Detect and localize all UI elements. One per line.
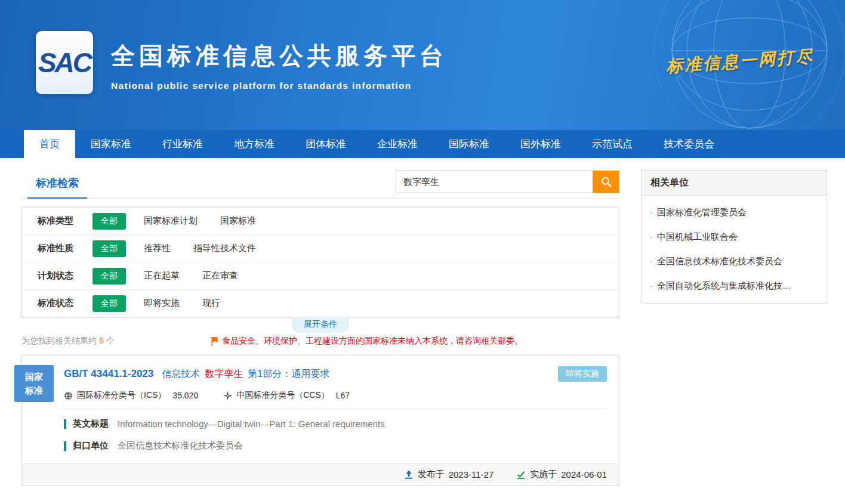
sidebar-title: 相关单位 [642,171,827,196]
committee-label: 归口单位 [73,440,109,452]
ics-meta: 国际标准分类号（ICS） 35.020 [64,390,198,401]
ccs-label: 中国标准分类号（CCS） [236,390,329,401]
standard-type-badge: 国家 标准 [14,365,54,402]
ccs-value: L67 [336,391,350,400]
sidebar-item-sac[interactable]: 国家标准化管理委员会 [642,200,827,225]
filter-row-plan-status: 计划状态 全部 正在起草 正在审查 [22,262,619,290]
sidebar-item-automation-systems-committee[interactable]: 全国自动化系统与集成标准化技… [642,274,827,298]
filter-option[interactable]: 正在审查 [202,270,238,282]
filter-all-button[interactable]: 全部 [92,240,126,257]
search-box [396,171,619,193]
result-count: 为您找到相关结果约6个 [21,336,115,347]
english-title-value: Information technology—Digital twin—Part… [118,419,385,429]
badge-line-1: 国家 [14,370,54,384]
nav-item-group-standards[interactable]: 团体标准 [290,130,362,158]
publish-label: 发布于 [418,469,445,480]
nav-item-local-standards[interactable]: 地方标准 [218,130,290,158]
card-footer: 发布于 2023-11-27 实施于 2024-06-01 [22,463,619,486]
publish-date-item: 发布于 2023-11-27 [404,469,494,480]
notice-banner: 食品安全、环境保护、工程建设方面的国家标准未纳入本系统，请咨询相关部委。 [115,336,619,347]
result-count-number: 6 [99,336,104,345]
filter-label: 标准状态 [38,298,92,309]
nav-item-international-standards[interactable]: 国际标准 [433,130,505,158]
site-subtitle: National public service platform for sta… [111,81,448,91]
card-meta-row: 国际标准分类号（ICS） 35.020 中国标准分类号（CCS） L67 [22,382,619,409]
status-badge: 即将实施 [558,366,607,382]
main-nav: 首页 国家标准 行业标准 地方标准 团体标准 企业标准 国际标准 国外标准 示范… [0,130,845,158]
search-section: 标准检索 [21,170,619,199]
compass-icon [223,391,232,400]
teal-bar [64,419,66,429]
filter-all-button[interactable]: 全部 [92,213,126,230]
sac-logo[interactable]: SAC [36,31,93,94]
standard-title-link[interactable]: 信息技术数字孪生第1部分：通用要求 [162,368,334,381]
title-segment: 信息技术 [162,369,200,379]
filter-all-button[interactable]: 全部 [92,295,126,312]
badge-line-2: 标准 [14,384,54,397]
nav-item-technical-committee[interactable]: 技术委员会 [648,130,730,158]
notice-text: 食品安全、环境保护、工程建设方面的国家标准未纳入本系统，请咨询相关部委。 [222,336,523,347]
filter-option[interactable]: 国家标准 [220,215,256,227]
globe-icon [64,391,73,400]
sidebar-item-it-standardization-committee[interactable]: 全国信息技术标准化技术委员会 [642,249,827,274]
flag-icon [211,337,218,346]
nav-item-national-standards[interactable]: 国家标准 [75,130,147,158]
nav-item-industry-standards[interactable]: 行业标准 [147,130,218,158]
filter-option[interactable]: 即将实施 [144,298,180,309]
search-button[interactable] [593,171,619,193]
result-meta-row: 为您找到相关结果约6个 食品安全、环境保护、工程建设方面的国家标准未纳入本系统，… [21,336,619,347]
filter-option[interactable]: 现行 [202,298,220,309]
implement-label: 实施于 [530,469,557,480]
filter-label: 标准性质 [38,243,92,254]
search-input[interactable] [396,171,593,193]
filter-row-standard-nature: 标准性质 全部 推荐性 指导性技术文件 [22,235,619,262]
filter-label: 标准类型 [38,215,92,227]
english-title-label: 英文标题 [73,418,109,429]
filter-row-standard-type: 标准类型 全部 国家标准计划 国家标准 [22,208,619,235]
filter-row-standard-status: 标准状态 全部 即将实施 现行 [22,290,619,317]
site-header: SAC 全国标准信息公共服务平台 National public service… [0,0,845,130]
nav-item-enterprise-standards[interactable]: 企业标准 [362,130,433,158]
teal-bar [64,441,66,451]
sac-logo-text: SAC [38,47,91,79]
related-organizations-panel: 相关单位 国家标准化管理委员会 中国机械工业联合会 全国信息技术标准化技术委员会… [641,170,827,304]
committee-row: 归口单位 全国信息技术标准化技术委员会 [22,435,619,457]
expand-conditions-button[interactable]: 展开条件 [292,317,349,332]
publish-date: 2023-11-27 [449,469,494,480]
site-title-block: 全国标准信息公共服务平台 National public service pla… [111,39,448,91]
committee-value: 全国信息技术标准化技术委员会 [118,440,243,452]
page-content: 标准检索 标准类型 全部 国家标准计划 国家标准 标准性质 全 [0,158,845,486]
implement-date: 2024-06-01 [561,469,607,480]
ics-label: 国际标准分类号（ICS） [77,390,166,401]
nav-item-home[interactable]: 首页 [24,130,75,158]
section-title-standard-search[interactable]: 标准检索 [27,176,87,199]
filter-all-button[interactable]: 全部 [92,268,126,285]
site-title: 全国标准信息公共服务平台 [111,39,448,72]
card-title-row: GB/T 43441.1-2023 信息技术数字孪生第1部分：通用要求 即将实施 [22,355,619,382]
result-count-prefix: 为您找到相关结果约 [21,336,97,345]
nav-item-foreign-standards[interactable]: 国外标准 [505,130,576,158]
english-title-row: 英文标题 Information technology—Digital twin… [22,413,619,435]
filter-option[interactable]: 指导性技术文件 [193,243,256,254]
title-highlight: 数字孪生 [205,369,243,379]
standard-result-card: 国家 标准 GB/T 43441.1-2023 信息技术数字孪生第1部分：通用要… [21,355,619,486]
card-divider [64,409,607,409]
nav-item-pilot[interactable]: 示范试点 [576,130,648,158]
filter-option[interactable]: 推荐性 [144,243,171,254]
standard-code-link[interactable]: GB/T 43441.1-2023 [64,368,153,380]
filter-label: 计划状态 [38,270,92,282]
implement-date-item: 实施于 2024-06-01 [516,469,607,480]
ccs-meta: 中国标准分类号（CCS） L67 [223,390,350,401]
main-column: 标准检索 标准类型 全部 国家标准计划 国家标准 标准性质 全 [21,170,619,486]
ics-value: 35.020 [172,391,198,400]
sidebar-item-machinery-federation[interactable]: 中国机械工业联合会 [642,225,827,249]
check-icon [516,470,526,480]
sidebar-list: 国家标准化管理委员会 中国机械工业联合会 全国信息技术标准化技术委员会 全国自动… [642,196,827,303]
filter-option[interactable]: 国家标准计划 [144,215,198,227]
title-segment: 第1部分：通用要求 [248,369,329,379]
result-count-suffix: 个 [106,336,115,345]
publish-icon [404,470,414,480]
filter-box: 标准类型 全部 国家标准计划 国家标准 标准性质 全部 推荐性 指导性技术文件 … [21,207,619,318]
filter-option[interactable]: 正在起草 [144,270,180,282]
search-icon [600,176,612,188]
